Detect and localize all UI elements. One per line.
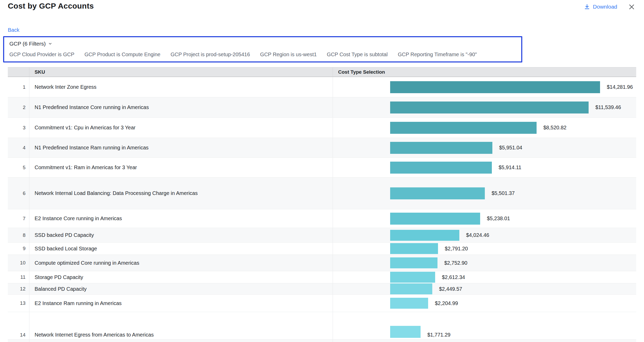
filter-group-dropdown[interactable]: GCP (6 Filters) (9, 40, 52, 47)
filter-chip[interactable]: GCP Project is prod-setup-205416 (171, 51, 250, 58)
cost-value: $5,238.01 (487, 216, 510, 221)
row-rank (8, 340, 29, 342)
table-row: 8SSD backed PD Capacity$4,024.46 (8, 228, 636, 243)
cost-cell: $2,752.90 (333, 255, 636, 271)
sku-cell: Network Inter Zone Egress (29, 77, 333, 97)
cost-cell: $2,449.57 (333, 283, 636, 294)
cost-cell: $11,539.46 (333, 97, 636, 117)
row-rank: 13 (8, 295, 29, 312)
table-header-row: SKU Cost Type Selection (8, 67, 636, 77)
filter-panel: GCP (6 Filters) GCP Cloud Provider is GC… (3, 36, 522, 62)
cost-cell: $5,951.04 (333, 138, 636, 157)
cost-cell: $4,024.46 (333, 228, 636, 242)
row-rank: 8 (8, 228, 29, 242)
table-body: 1Network Inter Zone Egress$14,281.962N1 … (8, 77, 636, 342)
close-icon (628, 3, 635, 10)
table-row: 2N1 Predefined Instance Core running in … (8, 97, 636, 118)
row-rank: 2 (8, 97, 29, 117)
cost-bar (390, 243, 438, 254)
top-actions: Download (584, 2, 635, 12)
sku-cell: Network Internal Load Balancing: Data Pr… (29, 178, 333, 209)
cost-bar (390, 81, 600, 93)
row-rank: 14 (8, 312, 29, 339)
filter-summary-label: GCP (6 Filters) (9, 40, 46, 47)
sku-cell: E2 Instance Core running in Americas (29, 209, 333, 228)
cost-value: $2,204.99 (435, 300, 458, 306)
row-rank: 3 (8, 118, 29, 138)
filter-chip[interactable]: GCP Region is us-west1 (260, 51, 317, 58)
row-rank: 5 (8, 158, 29, 177)
sku-cell: N1 Predefined Instance Ram running in Am… (29, 138, 333, 157)
row-rank: 6 (8, 178, 29, 209)
filter-chip[interactable]: GCP Cloud Provider is GCP (9, 51, 74, 58)
cost-type-column-header: Cost Type Selection (333, 67, 636, 77)
chevron-down-icon (48, 42, 52, 46)
cost-bar (390, 162, 492, 174)
table-row: 1Network Inter Zone Egress$14,281.96 (8, 77, 636, 97)
table-row: 7E2 Instance Core running in Americas$5,… (8, 209, 636, 228)
back-link[interactable]: Back (8, 27, 19, 33)
cost-value: $5,501.37 (492, 190, 515, 196)
row-rank: 1 (8, 77, 29, 97)
cost-value: $11,539.46 (595, 104, 621, 110)
row-rank: 7 (8, 209, 29, 228)
table-row: 10Compute optimized Core running in Amer… (8, 255, 636, 271)
sku-cell: SSD backed Local Storage (29, 243, 333, 255)
table-row: 13E2 Instance Ram running in Americas$2,… (8, 295, 636, 312)
cost-bar (390, 122, 537, 134)
sku-cell: SSD backed PD Capacity (29, 228, 333, 242)
sku-cell: E2 Instance Ram running in Americas (29, 295, 333, 312)
table-row (8, 340, 636, 342)
cost-cell: $1,771.29 (333, 312, 636, 339)
filter-chip[interactable]: GCP Reporting Timeframe is "-90" (398, 51, 477, 58)
row-rank: 12 (8, 283, 29, 294)
cost-bar (390, 272, 435, 283)
cost-table: SKU Cost Type Selection 1Network Inter Z… (8, 67, 636, 342)
cost-cell: $2,204.99 (333, 295, 636, 312)
cost-value: $5,914.11 (499, 164, 521, 170)
cost-cell (333, 340, 636, 342)
row-rank: 9 (8, 243, 29, 255)
row-rank: 4 (8, 138, 29, 157)
table-row: 6Network Internal Load Balancing: Data P… (8, 178, 636, 209)
table-row: 4N1 Predefined Instance Ram running in A… (8, 138, 636, 158)
sku-column-header: SKU (29, 67, 333, 77)
rank-column-header (8, 67, 29, 77)
cost-cell: $8,520.82 (333, 118, 636, 138)
table-row: 12Balanced PD Capacity$2,449.57 (8, 283, 636, 295)
cost-bar (390, 326, 421, 338)
filter-chip[interactable]: GCP Product is Compute Engine (85, 51, 160, 58)
table-row: 9SSD backed Local Storage$2,791.20 (8, 243, 636, 255)
cost-value: $5,951.04 (499, 145, 522, 151)
cost-value: $2,449.57 (439, 286, 462, 292)
row-rank: 10 (8, 255, 29, 271)
cost-value: $2,752.90 (444, 260, 467, 266)
cost-bar (390, 102, 589, 113)
cost-value: $8,520.82 (543, 125, 566, 131)
cost-cell: $14,281.96 (333, 77, 636, 97)
cost-bar (390, 230, 459, 241)
table-row: 14Network Internet Egress from Americas … (8, 312, 636, 340)
filter-chip-list: GCP Cloud Provider is GCPGCP Product is … (9, 51, 518, 58)
cost-bar (390, 283, 432, 294)
cost-cell: $2,791.20 (333, 243, 636, 255)
cost-bar (390, 298, 428, 309)
cost-value: $4,024.46 (466, 232, 489, 238)
cost-cell: $5,914.11 (333, 158, 636, 177)
close-button[interactable] (628, 3, 635, 10)
sku-cell (29, 340, 333, 342)
download-button[interactable]: Download (584, 4, 617, 10)
download-icon (584, 4, 590, 10)
sku-cell: Storage PD Capacity (29, 271, 333, 283)
row-rank: 11 (8, 271, 29, 283)
cost-by-gcp-accounts-modal: Cost by GCP Accounts Download Back GCP (… (0, 0, 644, 342)
sku-cell: Balanced PD Capacity (29, 283, 333, 294)
sku-cell: Commitment v1: Ram in Americas for 3 Yea… (29, 158, 333, 177)
filter-chip[interactable]: GCP Cost Type is subtotal (327, 51, 388, 58)
cost-value: $14,281.96 (607, 84, 633, 90)
cost-cell: $5,501.37 (333, 178, 636, 209)
sku-cell: Network Internet Egress from Americas to… (29, 312, 333, 339)
sku-cell: N1 Predefined Instance Core running in A… (29, 97, 333, 117)
sku-cell: Commitment v1: Cpu in Americas for 3 Yea… (29, 118, 333, 138)
sku-cell: Compute optimized Core running in Americ… (29, 255, 333, 271)
